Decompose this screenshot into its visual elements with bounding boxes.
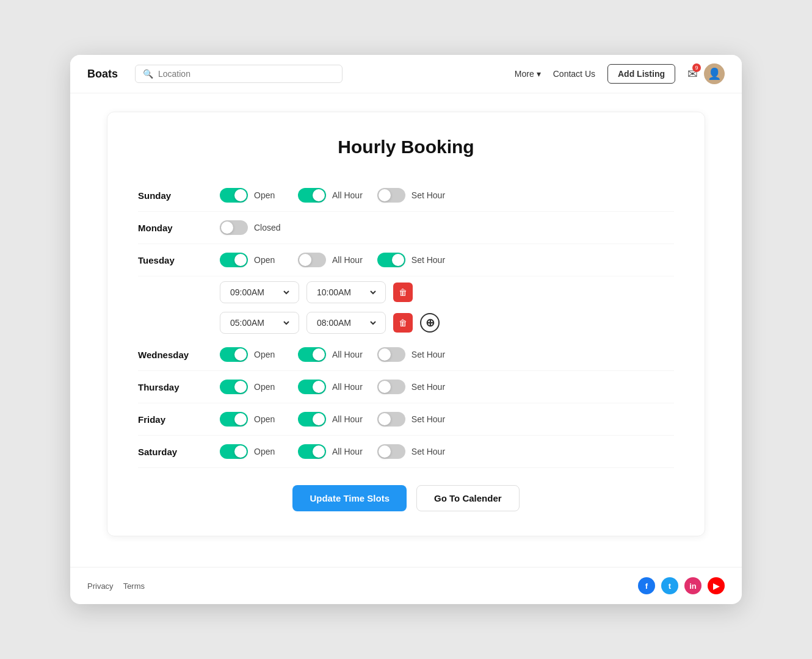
booking-card: Hourly Booking Sunday Open All Hour <box>107 112 705 536</box>
time-slot-row-1: 09:00AM 08:00AM 10:00AM 10:00AM 11:00AM … <box>220 281 674 303</box>
friday-sethour-toggle[interactable] <box>377 412 405 427</box>
sunday-open-group: Open <box>220 188 283 203</box>
slot2-delete-button[interactable]: 🗑 <box>393 313 413 333</box>
sunday-open-toggle[interactable] <box>220 188 248 203</box>
facebook-icon[interactable]: f <box>638 577 655 594</box>
avatar: 👤 <box>704 63 725 84</box>
saturday-allhour-group: All Hour <box>298 444 363 459</box>
wednesday-row: Wednesday Open All Hour <box>138 339 674 371</box>
wednesday-open-toggle[interactable] <box>220 347 248 362</box>
tuesday-open-label: Open <box>254 255 283 265</box>
tuesday-time-slots: 09:00AM 08:00AM 10:00AM 10:00AM 11:00AM … <box>138 276 674 339</box>
monday-open-toggle[interactable] <box>220 220 248 235</box>
saturday-row: Saturday Open All Hour <box>138 436 674 468</box>
thursday-sethour-group: Set Hour <box>377 380 445 394</box>
sunday-label: Sunday <box>138 190 205 201</box>
footer-links: Privacy Terms <box>87 582 145 591</box>
saturday-sethour-toggle[interactable] <box>377 444 405 459</box>
saturday-open-label: Open <box>254 447 283 456</box>
update-time-slots-button[interactable]: Update Time Slots <box>292 485 407 511</box>
twitter-icon[interactable]: t <box>661 577 678 594</box>
monday-open-label: Closed <box>254 223 283 232</box>
footer-socials: f t in ▶ <box>638 577 725 594</box>
sunday-sethour-group: Set Hour <box>377 188 445 203</box>
thursday-allhour-group: All Hour <box>298 380 363 394</box>
contact-us-link[interactable]: Contact Us <box>553 69 595 79</box>
slot2-to[interactable]: 08:00AM 09:00AM 10:00AM <box>306 312 386 334</box>
slot1-from-select[interactable]: 09:00AM 08:00AM 10:00AM <box>228 287 291 298</box>
sunday-allhour-toggle[interactable] <box>298 188 326 203</box>
page-title: Hourly Booking <box>138 137 674 157</box>
nav-icons: ✉ 9 👤 <box>687 63 725 84</box>
logo: Boats <box>87 68 118 81</box>
friday-allhour-label: All Hour <box>332 414 363 424</box>
go-to-calendar-button[interactable]: Go To Calender <box>416 485 520 511</box>
thursday-label: Thursday <box>138 382 205 392</box>
friday-sethour-group: Set Hour <box>377 412 445 427</box>
slot1-from[interactable]: 09:00AM 08:00AM 10:00AM <box>220 281 299 303</box>
slot1-delete-button[interactable]: 🗑 <box>393 283 413 302</box>
monday-row: Monday Closed <box>138 212 674 244</box>
footer: Privacy Terms f t in ▶ <box>70 567 742 604</box>
tuesday-allhour-toggle[interactable] <box>298 253 326 267</box>
privacy-link[interactable]: Privacy <box>87 582 114 591</box>
saturday-open-toggle[interactable] <box>220 444 248 459</box>
wednesday-sethour-label: Set Hour <box>411 350 445 359</box>
sunday-sethour-label: Set Hour <box>411 190 445 200</box>
thursday-sethour-toggle[interactable] <box>377 380 405 394</box>
thursday-row: Thursday Open All Hour <box>138 371 674 403</box>
saturday-sethour-label: Set Hour <box>411 447 445 456</box>
monday-open-group: Closed <box>220 220 283 235</box>
wednesday-open-group: Open <box>220 347 283 362</box>
thursday-open-label: Open <box>254 382 283 392</box>
thursday-open-toggle[interactable] <box>220 380 248 394</box>
search-input[interactable] <box>158 69 335 79</box>
saturday-allhour-label: All Hour <box>332 447 363 456</box>
wednesday-allhour-group: All Hour <box>298 347 363 362</box>
saturday-allhour-toggle[interactable] <box>298 444 326 459</box>
slot2-from-select[interactable]: 05:00AM 06:00AM 07:00AM <box>228 317 291 328</box>
sunday-sethour-toggle[interactable] <box>377 188 405 203</box>
friday-label: Friday <box>138 414 205 425</box>
search-bar[interactable]: 🔍 <box>135 65 343 83</box>
friday-sethour-label: Set Hour <box>411 414 445 424</box>
instagram-icon[interactable]: in <box>684 577 701 594</box>
wednesday-sethour-group: Set Hour <box>377 347 445 362</box>
tuesday-row: Tuesday Open All Hour <box>138 244 674 276</box>
navbar: Boats 🔍 More ▾ Contact Us Add Listing ✉ … <box>70 55 742 93</box>
youtube-icon[interactable]: ▶ <box>708 577 725 594</box>
add-slot-button[interactable]: ⊕ <box>420 313 440 333</box>
tuesday-sethour-toggle[interactable] <box>377 253 405 267</box>
slot1-to-select[interactable]: 10:00AM 11:00AM 12:00PM <box>314 287 378 298</box>
wednesday-allhour-toggle[interactable] <box>298 347 326 362</box>
wednesday-allhour-label: All Hour <box>332 350 363 359</box>
terms-link[interactable]: Terms <box>123 582 145 591</box>
thursday-open-group: Open <box>220 380 283 394</box>
wednesday-sethour-toggle[interactable] <box>377 347 405 362</box>
main-content: Hourly Booking Sunday Open All Hour <box>70 93 742 561</box>
tuesday-sethour-group: Set Hour <box>377 253 445 267</box>
slot2-from[interactable]: 05:00AM 06:00AM 07:00AM <box>220 312 299 334</box>
friday-open-toggle[interactable] <box>220 412 248 427</box>
nav-right: More ▾ Contact Us Add Listing ✉ 9 👤 <box>515 63 725 84</box>
slot1-to[interactable]: 10:00AM 11:00AM 12:00PM <box>306 281 386 303</box>
saturday-sethour-group: Set Hour <box>377 444 445 459</box>
tuesday-allhour-label: All Hour <box>332 255 363 265</box>
tuesday-open-toggle[interactable] <box>220 253 248 267</box>
mail-badge: 9 <box>692 63 701 72</box>
more-menu[interactable]: More ▾ <box>515 69 541 79</box>
thursday-allhour-toggle[interactable] <box>298 380 326 394</box>
action-row: Update Time Slots Go To Calender <box>138 485 674 511</box>
thursday-sethour-label: Set Hour <box>411 382 445 392</box>
add-listing-button[interactable]: Add Listing <box>607 64 675 84</box>
mail-icon[interactable]: ✉ 9 <box>687 67 698 81</box>
friday-allhour-toggle[interactable] <box>298 412 326 427</box>
friday-row: Friday Open All Hour <box>138 403 674 436</box>
sunday-open-label: Open <box>254 190 283 200</box>
slot2-to-select[interactable]: 08:00AM 09:00AM 10:00AM <box>314 317 378 328</box>
sunday-allhour-group: All Hour <box>298 188 363 203</box>
tuesday-sethour-label: Set Hour <box>411 255 445 265</box>
time-slot-row-2: 05:00AM 06:00AM 07:00AM 08:00AM 09:00AM … <box>220 312 674 334</box>
browser-window: Boats 🔍 More ▾ Contact Us Add Listing ✉ … <box>70 55 742 604</box>
search-icon: 🔍 <box>143 69 153 79</box>
